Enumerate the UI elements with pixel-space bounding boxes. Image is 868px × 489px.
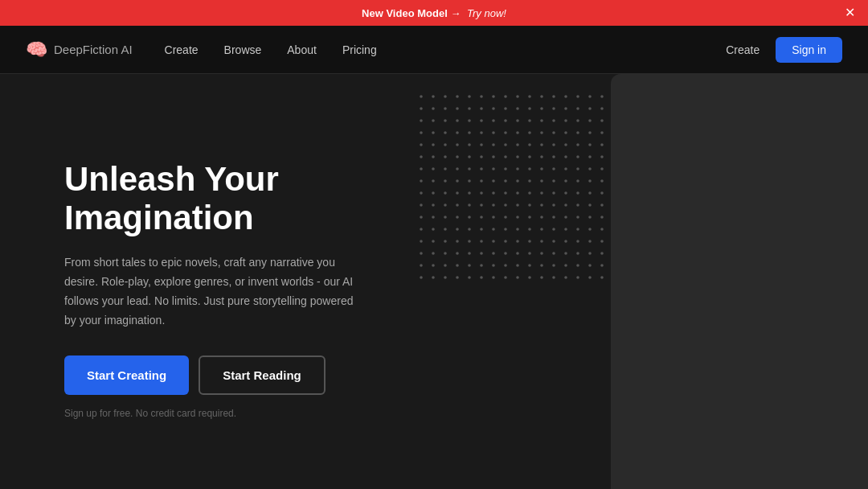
svg-point-279: [528, 276, 531, 279]
svg-point-78: [492, 143, 495, 146]
svg-point-219: [456, 240, 459, 243]
svg-point-130: [468, 179, 471, 183]
svg-point-47: [552, 119, 555, 122]
nav-links: Create Browse About Pricing: [165, 43, 727, 56]
svg-point-240: [492, 252, 495, 255]
svg-point-262: [540, 264, 543, 267]
svg-point-69: [600, 131, 604, 134]
svg-point-275: [480, 276, 483, 279]
nav-link-create[interactable]: Create: [165, 43, 199, 56]
svg-point-81: [528, 143, 531, 146]
svg-point-115: [504, 167, 507, 171]
svg-point-140: [588, 179, 592, 183]
svg-point-260: [516, 264, 519, 267]
svg-point-281: [552, 276, 555, 279]
svg-point-11: [552, 95, 555, 98]
svg-point-164: [444, 203, 447, 207]
svg-point-0: [420, 95, 423, 98]
svg-point-25: [504, 107, 507, 110]
svg-point-83: [552, 143, 555, 146]
svg-point-134: [516, 179, 519, 183]
svg-point-123: [600, 167, 604, 171]
svg-point-93: [456, 155, 459, 158]
svg-point-203: [480, 228, 483, 231]
svg-point-236: [444, 252, 447, 255]
svg-point-145: [432, 191, 435, 195]
svg-point-4: [468, 95, 471, 98]
logo[interactable]: 🧠 DeepFiction AI: [26, 39, 133, 60]
svg-point-248: [588, 252, 592, 255]
start-reading-button[interactable]: Start Reading: [199, 355, 326, 395]
svg-point-135: [528, 179, 531, 183]
svg-point-122: [588, 167, 592, 171]
svg-point-40: [468, 119, 471, 122]
banner-close-button[interactable]: ✕: [845, 6, 855, 19]
svg-point-48: [564, 119, 567, 122]
svg-point-223: [504, 240, 507, 243]
svg-point-114: [492, 167, 495, 171]
svg-point-33: [600, 107, 604, 110]
cta-buttons: Start Creating Start Reading: [64, 355, 366, 395]
svg-point-137: [552, 179, 555, 183]
svg-point-56: [444, 131, 447, 134]
svg-point-231: [600, 240, 604, 243]
svg-point-174: [564, 203, 567, 207]
svg-point-91: [432, 155, 435, 158]
right-section: // Generate dots programmatically: [418, 74, 868, 489]
svg-point-23: [480, 107, 483, 110]
signin-button[interactable]: Sign in: [776, 37, 842, 63]
svg-point-22: [468, 107, 471, 110]
svg-point-171: [528, 203, 531, 207]
nav-right-create[interactable]: Create: [726, 43, 760, 56]
svg-point-253: [432, 264, 435, 267]
svg-point-98: [516, 155, 519, 158]
svg-point-60: [492, 131, 495, 134]
svg-point-64: [540, 131, 543, 134]
svg-point-26: [516, 107, 519, 110]
svg-point-10: [540, 95, 543, 98]
hero-description: From short tales to epic novels, craft a…: [64, 253, 366, 330]
svg-point-38: [444, 119, 447, 122]
svg-point-254: [444, 264, 447, 267]
svg-point-167: [480, 203, 483, 207]
svg-point-195: [600, 216, 604, 219]
svg-point-131: [480, 179, 483, 183]
nav-link-browse[interactable]: Browse: [224, 43, 262, 56]
svg-point-157: [576, 191, 579, 195]
svg-point-18: [420, 107, 423, 110]
svg-point-118: [540, 167, 543, 171]
announcement-banner: New Video Model → Try now! ✕: [0, 0, 868, 26]
svg-point-12: [564, 95, 567, 98]
svg-point-104: [588, 155, 592, 158]
start-creating-button[interactable]: Start Creating: [64, 355, 189, 395]
svg-point-198: [420, 228, 423, 231]
svg-point-204: [492, 228, 495, 231]
svg-point-84: [564, 143, 567, 146]
svg-point-150: [492, 191, 495, 195]
svg-point-245: [552, 252, 555, 255]
svg-point-103: [576, 155, 579, 158]
nav-link-about[interactable]: About: [287, 43, 317, 56]
svg-point-163: [432, 203, 435, 207]
svg-point-238: [468, 252, 471, 255]
svg-point-99: [528, 155, 531, 158]
svg-point-247: [576, 252, 579, 255]
svg-point-180: [420, 216, 423, 219]
svg-point-95: [480, 155, 483, 158]
svg-point-31: [576, 107, 579, 110]
svg-point-126: [420, 179, 423, 183]
svg-point-193: [576, 216, 579, 219]
svg-point-280: [540, 276, 543, 279]
svg-point-227: [552, 240, 555, 243]
svg-point-66: [564, 131, 567, 134]
svg-point-50: [588, 119, 592, 122]
nav-link-pricing[interactable]: Pricing: [342, 43, 377, 56]
svg-point-220: [468, 240, 471, 243]
svg-point-211: [576, 228, 579, 231]
svg-point-76: [468, 143, 471, 146]
svg-point-192: [564, 216, 567, 219]
svg-point-77: [480, 143, 483, 146]
banner-cta-text[interactable]: Try now!: [467, 7, 506, 19]
svg-point-119: [552, 167, 555, 171]
svg-point-54: [420, 131, 423, 134]
